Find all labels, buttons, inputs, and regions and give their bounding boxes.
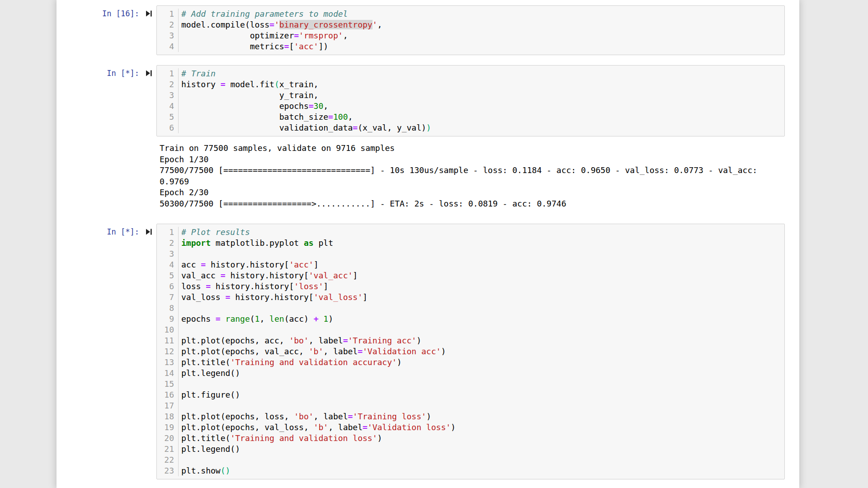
line-number: 18 — [157, 411, 174, 422]
code-line: # Train — [181, 68, 784, 79]
code-editor[interactable]: 123456# Trainhistory = model.fit(x_train… — [156, 65, 785, 136]
cell-input-row: In [*]:123456# Trainhistory = model.fit(… — [57, 65, 799, 136]
code-content: # Add training parameters to modelmodel.… — [179, 9, 784, 52]
output-line: 50300/77500 [==================>........… — [160, 198, 799, 210]
code-editor[interactable]: 1234# Add training parameters to modelmo… — [156, 5, 785, 55]
code-line: plt.plot(epochs, val_loss, 'b', label='V… — [181, 422, 784, 433]
prompt-column: In [16]: — [57, 5, 156, 19]
code-line: plt.legend() — [181, 444, 784, 455]
line-number: 6 — [157, 122, 174, 133]
line-number: 14 — [157, 368, 174, 379]
code-line: metrics=['acc']) — [181, 41, 784, 52]
line-number: 11 — [157, 335, 174, 346]
code-line: plt.figure() — [181, 389, 784, 400]
line-number: 5 — [157, 112, 174, 122]
prompt-column: In [*]: — [57, 65, 156, 79]
code-line — [181, 303, 784, 314]
line-numbers: 1234 — [157, 9, 179, 52]
code-line: loss = history.history['loss'] — [181, 281, 784, 292]
prompt-column: In [*]: — [57, 224, 156, 237]
code-line: history = model.fit(x_train, — [181, 79, 784, 90]
line-number: 1 — [157, 9, 174, 19]
line-number: 4 — [157, 259, 174, 270]
code-line: acc = history.history['acc'] — [181, 259, 784, 270]
code-cell: In [*]:123456789101112131415161718192021… — [57, 224, 799, 479]
code-line — [181, 249, 784, 259]
line-number: 3 — [157, 30, 174, 41]
run-cell-icon[interactable] — [145, 10, 152, 19]
line-number: 2 — [157, 79, 174, 90]
line-number: 4 — [157, 41, 174, 52]
line-number: 13 — [157, 357, 174, 368]
notebook-container: In [16]:1234# Add training parameters to… — [57, 0, 799, 488]
cell-output: Train on 77500 samples, validate on 9716… — [156, 136, 799, 209]
line-number: 2 — [157, 19, 174, 30]
code-line: plt.plot(epochs, acc, 'bo', label='Train… — [181, 335, 784, 346]
line-number: 22 — [157, 455, 174, 465]
line-number: 9 — [157, 314, 174, 324]
code-line: plt.title('Training and validation accur… — [181, 357, 784, 368]
code-line: optimizer='rmsprop', — [181, 30, 784, 41]
line-number: 2 — [157, 238, 174, 249]
run-cell-icon[interactable] — [145, 228, 152, 237]
line-number: 17 — [157, 400, 174, 411]
code-cell: In [16]:1234# Add training parameters to… — [57, 5, 799, 55]
code-line: plt.legend() — [181, 368, 784, 379]
code-line — [181, 455, 784, 465]
line-number: 3 — [157, 90, 174, 101]
output-line: 0.9769 — [160, 176, 799, 188]
input-prompt: In [*]: — [107, 69, 139, 78]
line-number: 5 — [157, 270, 174, 281]
code-line: batch_size=100, — [181, 112, 784, 122]
line-number: 8 — [157, 303, 174, 314]
cell-input-row: In [*]:123456789101112131415161718192021… — [57, 224, 799, 479]
code-line: y_train, — [181, 90, 784, 101]
output-line: Train on 77500 samples, validate on 9716… — [160, 143, 799, 154]
output-line: 77500/77500 [===========================… — [160, 165, 799, 176]
line-number: 6 — [157, 281, 174, 292]
line-numbers: 1234567891011121314151617181920212223 — [157, 227, 179, 476]
line-number: 1 — [157, 68, 174, 79]
code-line — [181, 379, 784, 389]
line-number: 20 — [157, 433, 174, 444]
line-number: 10 — [157, 324, 174, 335]
line-number: 1 — [157, 227, 174, 238]
code-line: validation_data=(x_val, y_val)) — [181, 122, 784, 133]
code-line: epochs = range(1, len(acc) + 1) — [181, 314, 784, 324]
input-prompt: In [*]: — [107, 227, 139, 236]
line-numbers: 123456 — [157, 68, 179, 133]
run-cell-icon[interactable] — [145, 70, 152, 79]
line-number: 19 — [157, 422, 174, 433]
code-line: val_loss = history.history['val_loss'] — [181, 292, 784, 303]
output-line: Epoch 1/30 — [160, 154, 799, 165]
code-line: plt.title('Training and validation loss'… — [181, 433, 784, 444]
code-line: plt.show() — [181, 465, 784, 476]
cell-list: In [16]:1234# Add training parameters to… — [57, 5, 799, 479]
line-number: 3 — [157, 249, 174, 259]
line-number: 7 — [157, 292, 174, 303]
input-prompt: In [16]: — [102, 9, 139, 18]
code-cell: In [*]:123456# Trainhistory = model.fit(… — [57, 65, 799, 209]
code-line — [181, 400, 784, 411]
line-number: 16 — [157, 389, 174, 400]
line-number: 23 — [157, 465, 174, 476]
code-line: # Add training parameters to model — [181, 9, 784, 19]
code-content: # Trainhistory = model.fit(x_train, y_tr… — [179, 68, 784, 133]
code-line: val_acc = history.history['val_acc'] — [181, 270, 784, 281]
line-number: 12 — [157, 346, 174, 357]
code-line: epochs=30, — [181, 101, 784, 112]
line-number: 15 — [157, 379, 174, 389]
code-line: model.compile(loss='binary_crossentropy'… — [181, 19, 784, 30]
line-number: 4 — [157, 101, 174, 112]
code-line — [181, 324, 784, 335]
code-line: plt.plot(epochs, loss, 'bo', label='Trai… — [181, 411, 784, 422]
code-line: # Plot results — [181, 227, 784, 238]
line-number: 21 — [157, 444, 174, 455]
cell-input-row: In [16]:1234# Add training parameters to… — [57, 5, 799, 55]
code-content: # Plot resultsimport matplotlib.pyplot a… — [179, 227, 784, 476]
output-line: Epoch 2/30 — [160, 187, 799, 198]
code-line: plt.plot(epochs, val_acc, 'b', label='Va… — [181, 346, 784, 357]
code-line: import matplotlib.pyplot as plt — [181, 238, 784, 249]
code-editor[interactable]: 1234567891011121314151617181920212223# P… — [156, 224, 785, 479]
